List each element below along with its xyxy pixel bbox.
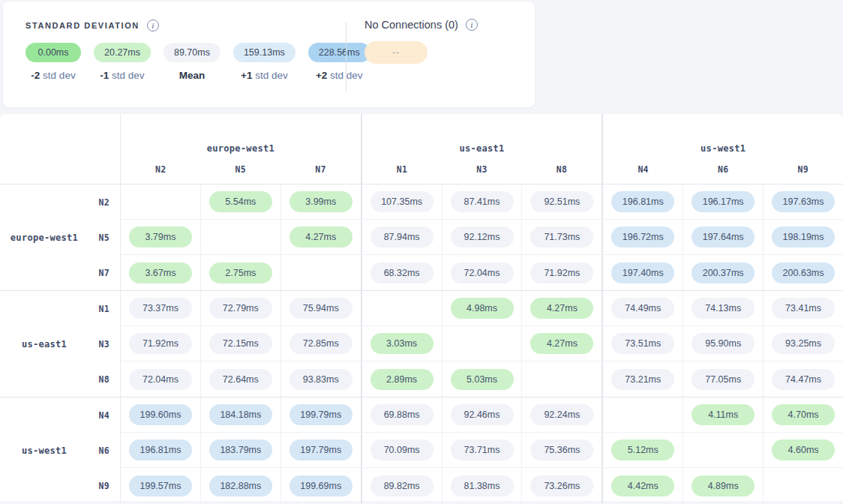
matrix-row-N6: N6196.81ms183.79ms197.79ms70.09ms73.71ms…	[0, 433, 843, 468]
latency-chip[interactable]: 183.79ms	[209, 440, 272, 460]
info-icon[interactable]: i	[466, 19, 478, 31]
latency-chip[interactable]: 73.51ms	[611, 333, 674, 354]
latency-chip[interactable]: 73.41ms	[772, 298, 835, 319]
latency-chip[interactable]: 199.57ms	[129, 476, 192, 496]
latency-chip[interactable]: 72.79ms	[209, 298, 272, 319]
latency-chip[interactable]: 74.47ms	[772, 369, 835, 390]
latency-chip[interactable]: 197.79ms	[290, 440, 352, 460]
latency-chip[interactable]: 2.75ms	[209, 262, 272, 284]
latency-chip[interactable]: 4.27ms	[290, 226, 352, 248]
latency-chip[interactable]: 93.83ms	[290, 369, 352, 390]
latency-chip[interactable]: 92.51ms	[530, 191, 593, 212]
latency-chip[interactable]: 74.13ms	[692, 298, 754, 319]
latency-chip[interactable]: 196.81ms	[129, 440, 192, 460]
latency-chip[interactable]: 107.35ms	[370, 191, 434, 212]
row-group-us-west1: us-west1N4199.60ms184.18ms199.79ms69.88m…	[0, 398, 843, 503]
latency-chip[interactable]: 3.99ms	[290, 191, 352, 212]
latency-chip[interactable]: 4.11ms	[692, 404, 754, 425]
latency-chip[interactable]: 197.64ms	[692, 226, 754, 248]
latency-chip[interactable]: 196.72ms	[611, 226, 674, 248]
latency-chip[interactable]: 81.38ms	[451, 476, 514, 496]
latency-chip[interactable]: 4.27ms	[530, 298, 593, 319]
latency-chip[interactable]: 72.04ms	[129, 369, 192, 390]
latency-chip[interactable]: 77.05ms	[692, 369, 754, 390]
latency-chip[interactable]: 92.12ms	[451, 226, 514, 248]
latency-cell: 75.94ms	[281, 291, 362, 326]
latency-chip[interactable]: 73.71ms	[451, 440, 514, 460]
latency-chip[interactable]: 196.81ms	[611, 191, 674, 212]
latency-cell: 3.03ms	[362, 326, 442, 361]
latency-chip[interactable]: 199.69ms	[290, 476, 352, 496]
latency-chip[interactable]: 72.15ms	[209, 333, 272, 354]
latency-chip[interactable]: 69.88ms	[370, 404, 434, 425]
latency-cell: 184.18ms	[201, 398, 281, 432]
latency-chip[interactable]: 196.17ms	[692, 191, 754, 212]
latency-chip[interactable]: 75.36ms	[530, 440, 593, 460]
latency-cell: 107.35ms	[362, 184, 442, 219]
column-region-label: us-east1	[362, 143, 602, 154]
latency-chip[interactable]: 70.09ms	[370, 440, 434, 460]
latency-chip[interactable]: 199.60ms	[129, 404, 192, 425]
latency-matrix: europe-west1N2N5N7us-east1N1N3N8us-west1…	[0, 114, 843, 501]
latency-chip[interactable]: 184.18ms	[209, 404, 272, 425]
latency-chip[interactable]: 95.90ms	[692, 333, 754, 354]
latency-chip[interactable]: 4.98ms	[451, 298, 514, 319]
matrix-corner	[0, 114, 121, 184]
latency-chip[interactable]: 71.92ms	[530, 262, 593, 284]
latency-chip[interactable]: 74.49ms	[611, 298, 674, 319]
column-group-us-east1: us-east1N1N3N8	[362, 114, 604, 184]
latency-chip[interactable]: 71.73ms	[530, 226, 593, 248]
latency-chip[interactable]: 75.94ms	[290, 298, 352, 319]
latency-chip[interactable]: 199.79ms	[290, 404, 352, 425]
row-group-us-east1: us-east1N173.37ms72.79ms75.94ms4.98ms4.2…	[0, 291, 843, 398]
latency-chip[interactable]: 72.04ms	[451, 262, 514, 284]
latency-chip[interactable]: 87.94ms	[370, 226, 434, 248]
latency-chip[interactable]: 4.70ms	[772, 404, 835, 425]
latency-chip[interactable]: 197.40ms	[611, 262, 674, 284]
latency-cell-empty	[603, 398, 683, 432]
latency-chip[interactable]: 198.19ms	[772, 226, 835, 248]
latency-chip[interactable]: 4.89ms	[692, 476, 754, 496]
latency-chip[interactable]: 72.85ms	[290, 333, 352, 354]
std-deviation-title: STANDARD DEVIATION	[26, 21, 140, 30]
row-group-europe-west1: europe-west1N25.54ms3.99ms107.35ms87.41m…	[0, 184, 843, 291]
latency-chip[interactable]: 5.12ms	[611, 440, 674, 460]
latency-chip[interactable]: 4.60ms	[772, 440, 835, 460]
latency-chip[interactable]: 71.92ms	[129, 333, 192, 354]
latency-cell: 92.24ms	[522, 398, 603, 432]
latency-chip[interactable]: 200.63ms	[772, 262, 835, 284]
latency-cell: 3.79ms	[121, 220, 201, 254]
latency-chip[interactable]: 197.63ms	[772, 191, 835, 212]
latency-chip[interactable]: 182.88ms	[209, 476, 272, 496]
latency-chip[interactable]: 3.03ms	[370, 333, 434, 354]
latency-chip[interactable]: 87.41ms	[451, 191, 514, 212]
latency-chip[interactable]: 4.27ms	[530, 333, 593, 354]
matrix-row-N8: N872.04ms72.64ms93.83ms2.89ms5.03ms73.21…	[0, 362, 843, 397]
latency-chip[interactable]: 68.32ms	[370, 262, 434, 284]
column-node-label: N1	[362, 164, 442, 175]
latency-chip[interactable]: 89.82ms	[370, 476, 434, 496]
latency-chip[interactable]: 5.54ms	[209, 191, 272, 212]
latency-cell: 4.70ms	[764, 398, 843, 432]
latency-chip[interactable]: 93.25ms	[772, 333, 835, 354]
latency-cell: 92.51ms	[522, 184, 603, 219]
latency-cell: 198.19ms	[764, 220, 843, 254]
latency-chip[interactable]: 92.24ms	[530, 404, 593, 425]
latency-cell: 87.41ms	[442, 184, 523, 219]
latency-chip[interactable]: 200.37ms	[692, 262, 754, 284]
info-icon[interactable]: i	[147, 20, 159, 32]
latency-cell: 72.64ms	[201, 362, 281, 397]
latency-cell: 197.63ms	[764, 184, 843, 219]
latency-chip[interactable]: 73.26ms	[530, 476, 593, 496]
latency-chip[interactable]: 92.46ms	[451, 404, 514, 425]
latency-chip[interactable]: 73.37ms	[129, 298, 192, 319]
latency-chip[interactable]: 5.03ms	[451, 369, 514, 390]
latency-chip[interactable]: 4.42ms	[611, 476, 674, 496]
latency-chip[interactable]: 3.79ms	[129, 226, 192, 248]
latency-chip[interactable]: 72.64ms	[209, 369, 272, 390]
matrix-row-N2: N25.54ms3.99ms107.35ms87.41ms92.51ms196.…	[0, 184, 843, 220]
legend-item-plus1: 159.13ms +1 std dev	[233, 43, 296, 81]
latency-chip[interactable]: 2.89ms	[370, 369, 434, 390]
latency-chip[interactable]: 3.67ms	[129, 262, 192, 284]
latency-chip[interactable]: 73.21ms	[611, 369, 674, 390]
